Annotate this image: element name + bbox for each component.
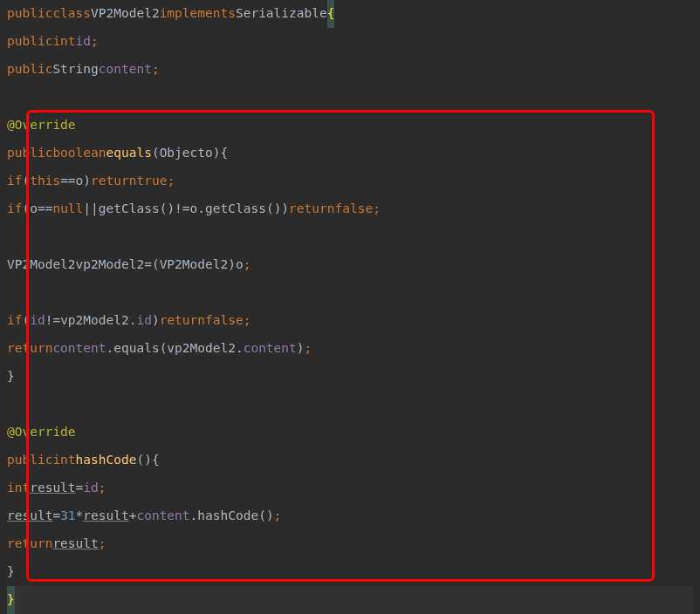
op-assign: = — [76, 474, 84, 502]
code-line[interactable]: return result; — [7, 530, 693, 558]
code-line[interactable]: return content.equals(vp2Model2.content)… — [7, 335, 693, 363]
keyword-false: false — [334, 195, 373, 223]
code-line[interactable]: public class VP2Model2 implements Serial… — [7, 0, 693, 28]
semicolon: ; — [99, 474, 106, 502]
method-equals: equals — [106, 140, 152, 167]
keyword-public: public — [7, 56, 52, 84]
type-object: Object — [160, 140, 205, 167]
method-hashcode: hashCode — [197, 502, 258, 530]
interface-name: Serializable — [236, 0, 327, 28]
rparen: ) — [266, 502, 274, 530]
rparen: ) — [83, 167, 91, 195]
op-assign: = — [144, 251, 152, 279]
field-id: id — [30, 307, 45, 335]
code-line[interactable]: result = 31 * result + content.hashCode(… — [7, 502, 693, 530]
lparen: ( — [160, 335, 168, 363]
rparen: ) — [297, 335, 305, 363]
local-vp2model2: vp2Model2 — [60, 307, 129, 335]
field-id: id — [76, 28, 91, 56]
local-vp2model2: vp2Model2 — [76, 251, 145, 279]
op-eqeq: == — [38, 195, 52, 223]
code-line[interactable]: } — [7, 558, 693, 586]
semicolon: ; — [244, 307, 251, 335]
op-or: || — [83, 195, 98, 223]
rparen: ) — [167, 195, 175, 223]
code-line[interactable]: VP2Model2 vp2Model2 = (VP2Model2) o; — [7, 251, 693, 279]
code-line[interactable]: public boolean equals(Object o) { — [7, 140, 693, 167]
field-content: content — [52, 335, 106, 363]
close-brace: } — [7, 558, 15, 586]
rparen: ) — [274, 195, 282, 223]
keyword-return: return — [7, 530, 52, 558]
rparen: ) — [144, 447, 152, 474]
local-result: result — [52, 530, 98, 558]
lparen: ( — [160, 195, 168, 223]
method-hashcode: hashCode — [76, 447, 137, 474]
op-mult: * — [76, 502, 84, 530]
op-dot: . — [197, 195, 205, 223]
semicolon: ; — [373, 195, 381, 223]
type-vp2model2: VP2Model2 — [160, 251, 229, 279]
lparen: ( — [22, 167, 30, 195]
param-o: o — [236, 251, 244, 279]
type-vp2model2: VP2Model2 — [7, 251, 76, 279]
lparen: ( — [266, 195, 274, 223]
keyword-if: if — [7, 167, 22, 195]
keyword-public: public — [7, 140, 52, 167]
code-line[interactable]: if (o == null || getClass() != o.getClas… — [7, 195, 693, 223]
code-line[interactable]: public String content; — [7, 56, 693, 84]
rparen: ) — [152, 307, 160, 335]
close-brace: } — [7, 363, 15, 391]
semicolon: ; — [274, 502, 282, 530]
code-line[interactable]: } — [7, 363, 693, 391]
op-eqeq: == — [60, 167, 75, 195]
code-line[interactable]: if (id != vp2Model2.id) return false; — [7, 307, 693, 335]
keyword-int: int — [7, 474, 30, 502]
local-result: result — [7, 502, 52, 530]
code-line-empty[interactable] — [7, 84, 693, 112]
local-vp2model2: vp2Model2 — [167, 335, 236, 363]
op-assign: = — [52, 502, 60, 530]
keyword-boolean: boolean — [52, 140, 106, 167]
keyword-return: return — [160, 307, 205, 335]
param-o: o — [190, 195, 198, 223]
method-getclass: getClass — [205, 195, 266, 223]
lparen: ( — [136, 447, 144, 474]
annotation-override: @Override — [7, 112, 76, 140]
code-line[interactable]: public int hashCode() { — [7, 447, 693, 474]
keyword-true: true — [136, 167, 167, 195]
semicolon: ; — [167, 167, 175, 195]
code-line[interactable]: public int id; — [7, 28, 693, 56]
lparen: ( — [22, 307, 30, 335]
param-o: o — [30, 195, 38, 223]
code-line[interactable]: if (this == o) return true; — [7, 167, 693, 195]
code-editor-viewport[interactable]: public class VP2Model2 implements Serial… — [0, 0, 700, 614]
type-string: String — [52, 56, 98, 84]
keyword-public: public — [7, 447, 52, 474]
number-31: 31 — [60, 502, 75, 530]
code-line-empty[interactable] — [7, 391, 693, 419]
field-content: content — [99, 56, 152, 84]
lparen: ( — [152, 140, 160, 167]
keyword-public: public — [7, 28, 52, 56]
code-line[interactable]: } — [7, 586, 693, 614]
code-line[interactable]: @Override — [7, 112, 693, 140]
op-plus: + — [129, 502, 137, 530]
op-dot: . — [106, 335, 114, 363]
keyword-implements: implements — [160, 0, 236, 28]
code-line[interactable]: int result = id; — [7, 474, 693, 502]
field-id: id — [136, 307, 151, 335]
code-line[interactable]: @Override — [7, 419, 693, 447]
lparen: ( — [152, 251, 160, 279]
semicolon: ; — [91, 28, 99, 56]
keyword-public: public — [7, 0, 52, 28]
code-line-empty[interactable] — [7, 279, 693, 307]
field-content: content — [244, 335, 297, 363]
op-dot: . — [190, 502, 198, 530]
local-result: result — [83, 502, 128, 530]
open-brace: { — [152, 447, 160, 474]
keyword-return: return — [91, 167, 136, 195]
open-brace: { — [327, 0, 335, 28]
code-line-empty[interactable] — [7, 223, 693, 251]
method-equals: equals — [113, 335, 159, 363]
